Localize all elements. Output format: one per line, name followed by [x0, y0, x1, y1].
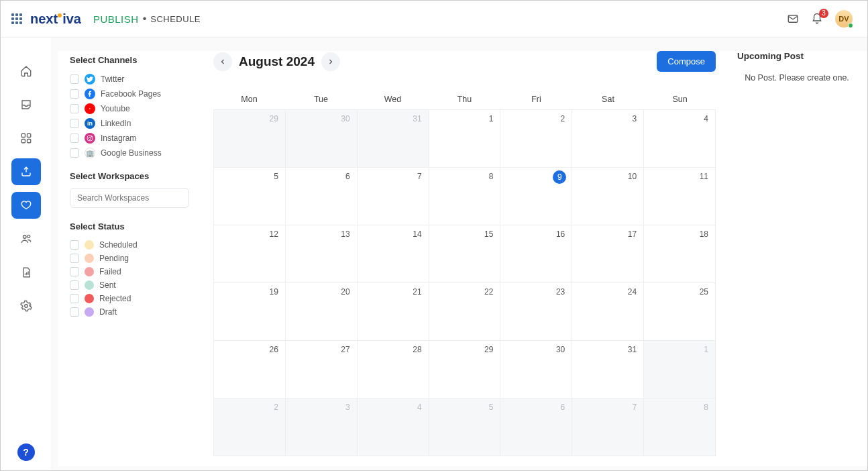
status-scheduled[interactable]: Scheduled [70, 238, 189, 252]
calendar-day-number: 31 [628, 345, 637, 354]
calendar-cell[interactable]: 10 [572, 168, 644, 225]
calendar-cell[interactable]: 20 [286, 283, 358, 341]
svg-point-5 [23, 235, 26, 239]
calendar-day-number: 11 [700, 172, 708, 181]
status-heading: Select Status [70, 221, 189, 231]
calendar-cell[interactable]: 26 [214, 341, 286, 399]
rail-apps[interactable] [11, 125, 41, 152]
avatar[interactable]: DV [835, 10, 853, 28]
calendar-cell[interactable]: 2 [214, 399, 286, 456]
rail-publish[interactable] [11, 158, 41, 185]
calendar-cell[interactable]: 25 [644, 283, 716, 341]
checkbox[interactable] [70, 89, 79, 99]
checkbox[interactable] [70, 267, 79, 276]
calendar-cell[interactable]: 14 [358, 225, 429, 283]
rail-engage[interactable] [11, 192, 41, 219]
checkbox[interactable] [70, 104, 79, 113]
app-grid-icon[interactable] [11, 13, 22, 24]
status-rejected[interactable]: Rejected [70, 292, 189, 305]
calendar-cell[interactable]: 23 [500, 283, 572, 341]
calendar-cell[interactable]: 6 [286, 168, 358, 225]
rail-people[interactable] [11, 225, 41, 252]
status-failed[interactable]: Failed [70, 265, 189, 278]
calendar-cell[interactable]: 29 [214, 110, 286, 168]
checkbox[interactable] [70, 74, 79, 84]
calendar-day-number: 7 [632, 403, 637, 412]
calendar-cell[interactable]: 31 [358, 110, 429, 168]
calendar-day-number: 8 [489, 172, 494, 181]
google-business-icon: 🏢 [85, 148, 95, 158]
calendar-cell[interactable]: 17 [572, 225, 644, 283]
channel-youtube[interactable]: Youtube [70, 101, 189, 116]
calendar-cell[interactable]: 6 [500, 399, 572, 456]
calendar-cell[interactable]: 11 [644, 168, 716, 225]
channel-google-business[interactable]: 🏢Google Business [70, 146, 189, 160]
checkbox[interactable] [70, 294, 79, 303]
status-label: Scheduled [99, 240, 138, 250]
checkbox[interactable] [70, 280, 79, 290]
calendar-cell[interactable]: 4 [644, 110, 716, 168]
checkbox[interactable] [70, 134, 79, 143]
weekday-header: Tue [285, 95, 357, 104]
channel-facebook-pages[interactable]: Facebook Pages [70, 87, 189, 101]
rail-settings[interactable] [11, 293, 41, 319]
checkbox[interactable] [70, 307, 79, 317]
calendar-cell[interactable]: 12 [214, 225, 286, 283]
calendar-cell[interactable]: 2 [500, 110, 572, 168]
calendar-cell[interactable]: 3 [286, 399, 358, 456]
svg-rect-2 [27, 134, 30, 137]
calendar-cell[interactable]: 18 [644, 225, 716, 283]
calendar-prev-button[interactable] [213, 52, 232, 71]
calendar-day-number: 30 [556, 345, 565, 354]
weekday-header: Thu [429, 95, 500, 104]
checkbox[interactable] [70, 254, 79, 263]
calendar-cell[interactable]: 4 [358, 399, 429, 456]
calendar-cell[interactable]: 7 [572, 399, 644, 456]
rail-reports[interactable] [11, 259, 41, 286]
status-draft[interactable]: Draft [70, 305, 189, 319]
status-pending[interactable]: Pending [70, 252, 189, 265]
calendar-day-number: 3 [345, 403, 350, 412]
brand-logo[interactable]: nextiva [30, 11, 81, 27]
calendar-cell[interactable]: 15 [429, 225, 501, 283]
calendar-cell[interactable]: 27 [286, 341, 358, 399]
checkbox[interactable] [70, 240, 79, 250]
calendar-cell[interactable]: 5 [429, 399, 501, 456]
calendar-cell[interactable]: 29 [429, 341, 501, 399]
help-icon[interactable]: ? [17, 443, 35, 461]
calendar-cell[interactable]: 7 [358, 168, 429, 225]
calendar-cell[interactable]: 21 [358, 283, 429, 341]
channel-instagram[interactable]: Instagram [70, 131, 189, 146]
calendar-cell[interactable]: 8 [429, 168, 501, 225]
calendar-panel: August 2024 Compose MonTueWedThuFriSatSu… [199, 51, 726, 466]
calendar-cell[interactable]: 28 [358, 341, 429, 399]
calendar-cell[interactable]: 22 [429, 283, 501, 341]
calendar-day-number: 21 [413, 287, 421, 297]
calendar-cell[interactable]: 3 [572, 110, 644, 168]
calendar-next-button[interactable] [321, 52, 340, 71]
calendar-cell[interactable]: 13 [286, 225, 358, 283]
checkbox[interactable] [70, 119, 79, 128]
rail-home[interactable] [11, 58, 41, 85]
calendar-cell[interactable]: 9 [500, 168, 572, 225]
channel-linkedin[interactable]: inLinkedIn [70, 116, 189, 131]
calendar-cell[interactable]: 24 [572, 283, 644, 341]
calendar-cell[interactable]: 30 [500, 341, 572, 399]
calendar-cell[interactable]: 8 [644, 399, 716, 456]
calendar-cell[interactable]: 31 [572, 341, 644, 399]
calendar-cell[interactable]: 5 [214, 168, 286, 225]
channel-twitter[interactable]: Twitter [70, 72, 189, 87]
status-sent[interactable]: Sent [70, 278, 189, 292]
calendar-cell[interactable]: 30 [286, 110, 358, 168]
mail-icon[interactable] [787, 13, 799, 25]
checkbox[interactable] [70, 148, 79, 158]
rail-inbox[interactable] [11, 91, 41, 118]
bell-icon[interactable]: 3 [811, 13, 823, 25]
channel-label: Instagram [101, 134, 136, 143]
workspace-search-input[interactable] [70, 188, 189, 208]
compose-button[interactable]: Compose [657, 51, 716, 72]
calendar-cell[interactable]: 1 [644, 341, 716, 399]
calendar-cell[interactable]: 1 [429, 110, 501, 168]
calendar-cell[interactable]: 16 [500, 225, 572, 283]
calendar-cell[interactable]: 19 [214, 283, 286, 341]
